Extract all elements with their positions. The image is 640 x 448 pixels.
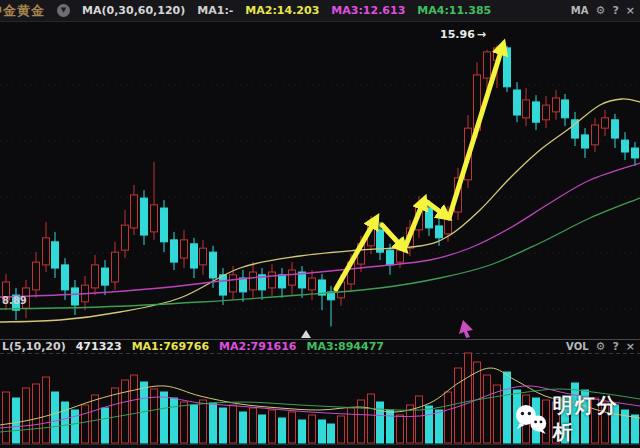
candle-body [582, 135, 589, 148]
volume-bar [200, 400, 207, 443]
volume-bar [171, 398, 178, 443]
volume-bar [210, 403, 217, 443]
volume-bar [494, 385, 501, 443]
candle-body [72, 288, 79, 305]
candle-body [161, 208, 168, 242]
volume-bar [397, 415, 404, 443]
peak-price-value: 15.96 [440, 28, 475, 41]
volume-bar [13, 398, 20, 443]
volume-bar [131, 375, 138, 443]
candle-body [523, 100, 530, 118]
volume-panel-tag: VOL [566, 341, 588, 352]
candle-body [102, 268, 109, 285]
volume-bar [338, 416, 345, 443]
vol-close-icon[interactable]: × [626, 341, 635, 352]
watermark-text: 明灯分析 [553, 392, 640, 446]
event-triangle-marker [301, 330, 311, 338]
volume-bar [377, 402, 384, 443]
candle-body [269, 272, 276, 288]
volume-bar [387, 410, 394, 443]
trend-arrow [449, 45, 503, 218]
candle-body [602, 118, 609, 128]
chevron-down-icon: ▼ [61, 7, 66, 14]
volume-bar [416, 396, 423, 443]
candle-body [484, 52, 491, 78]
vol-settings-icon[interactable]: ⚙ [596, 341, 606, 352]
volume-bar [426, 406, 433, 443]
candle-body [112, 252, 119, 282]
ma3-value: MA3:12.613 [331, 4, 405, 17]
candle-body [279, 275, 286, 288]
candle-body [250, 272, 257, 290]
volume-bar [436, 410, 443, 443]
wechat-icon [514, 404, 548, 435]
volume-bar [72, 410, 79, 443]
candle-body [504, 48, 511, 87]
candle-body [52, 242, 59, 268]
candle-body [533, 102, 540, 122]
candle-body [141, 198, 148, 235]
candle-body [181, 240, 188, 258]
volume-bar [309, 415, 316, 443]
volume-bar [220, 408, 227, 443]
volume-bar [358, 400, 365, 443]
candle-body [122, 225, 129, 250]
candle-body [426, 208, 433, 228]
ma1-value: MA1:- [197, 4, 233, 17]
ma-params-label[interactable]: MA(0,30,60,120) [82, 4, 185, 17]
candle-body [543, 105, 550, 120]
dropdown-button[interactable]: ▼ [57, 4, 70, 17]
volume-bar [82, 405, 89, 443]
candle-body [191, 244, 198, 268]
candle-body [289, 270, 296, 285]
volume-bar [112, 388, 119, 443]
volume-bar [328, 424, 335, 443]
trend-arrow [336, 219, 376, 289]
vol-ma3-value: MA3:894477 [307, 340, 384, 353]
volume-bar [319, 420, 326, 443]
volume-bar [299, 420, 306, 443]
low-price-label: 8.89 [2, 295, 27, 306]
ma2-value: MA2:14.203 [245, 4, 319, 17]
ma4-value: MA4:11.385 [417, 4, 491, 17]
stock-name[interactable]: 中金黄金 [0, 2, 45, 20]
right-arrow-icon: → [477, 28, 486, 41]
help-icon[interactable]: ? [612, 5, 618, 16]
candle-body [309, 278, 316, 290]
candle-body [171, 240, 178, 262]
volume-bar [181, 402, 188, 443]
candle-body [612, 120, 619, 138]
vol-help-icon[interactable]: ? [612, 341, 618, 352]
close-icon[interactable]: × [626, 5, 635, 16]
candle-body [151, 205, 158, 232]
volume-bar [92, 395, 99, 443]
volume-header: L(5,10,20) 471323 MA1:769766 MA2:791616 … [0, 339, 640, 353]
volume-bar [289, 412, 296, 443]
volume-bar [230, 405, 237, 443]
volume-bar [102, 408, 109, 443]
volume-bar [348, 408, 355, 443]
candle-body [62, 265, 69, 290]
trend-arrow [382, 225, 404, 249]
volume-bar [484, 375, 491, 443]
volume-bar [43, 377, 50, 443]
candle-body [553, 98, 560, 112]
candle-body [562, 100, 569, 118]
volume-bar [161, 392, 168, 443]
settings-icon[interactable]: ⚙ [596, 5, 606, 16]
kline-and-volume-chart[interactable] [0, 0, 640, 448]
watermark: 明灯分析 [514, 392, 640, 446]
main-panel-tag: MA [571, 5, 589, 16]
candle-body [514, 90, 521, 115]
vol-params-label[interactable]: L(5,10,20) [2, 340, 66, 353]
trading-app-window: 中金黄金 ▼ MA(0,30,60,120) MA1:- MA2:14.203 … [0, 0, 640, 448]
candle-body [33, 262, 40, 290]
volume-bar [368, 394, 375, 443]
main-panel-controls: MA ⚙ ? × [571, 5, 640, 16]
volume-bar [445, 392, 452, 443]
volume-bar [62, 402, 69, 443]
volume-bar [465, 353, 472, 443]
volume-bar [504, 372, 511, 443]
volume-bar [259, 415, 266, 443]
candle-body [622, 140, 629, 152]
